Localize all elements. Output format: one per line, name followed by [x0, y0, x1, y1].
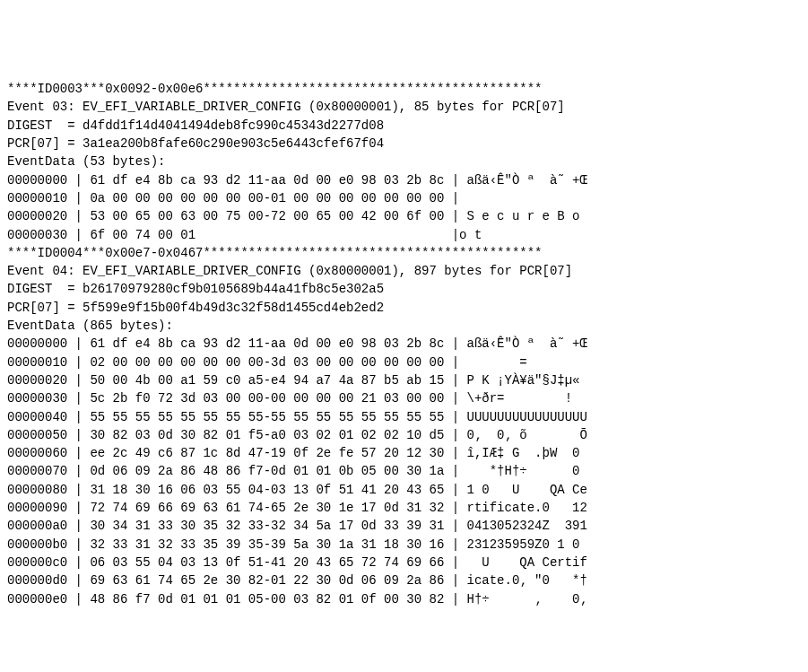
hex-line: PCR[07] = 5f599e9f15b00f4b49d3c32f58d145…	[7, 299, 801, 317]
hex-line: ****ID0003***0x0092-0x00e6**************…	[7, 80, 801, 98]
hex-line: Event 04: EV_EFI_VARIABLE_DRIVER_CONFIG …	[7, 262, 801, 280]
hex-line: 00000030 | 6f 00 74 00 01 |o t	[7, 226, 801, 244]
hex-line: 000000e0 | 48 86 f7 0d 01 01 01 05-00 03…	[7, 590, 801, 608]
hex-line: 00000040 | 55 55 55 55 55 55 55 55-55 55…	[7, 408, 801, 426]
hex-line: DIGEST = d4fdd1f14d4041494deb8fc990c4534…	[7, 117, 801, 135]
hex-line: 00000090 | 72 74 69 66 69 63 61 74-65 2e…	[7, 499, 801, 517]
hex-line: 00000020 | 50 00 4b 00 a1 59 c0 a5-e4 94…	[7, 371, 801, 389]
hex-line: 00000020 | 53 00 65 00 63 00 75 00-72 00…	[7, 207, 801, 225]
hex-line: 00000080 | 31 18 30 16 06 03 55 04-03 13…	[7, 481, 801, 499]
hex-line: 00000050 | 30 82 03 0d 30 82 01 f5-a0 03…	[7, 426, 801, 444]
hex-line: 00000030 | 5c 2b f0 72 3d 03 00 00-00 00…	[7, 389, 801, 407]
hex-line: DIGEST = b26170979280cf9b0105689b44a41fb…	[7, 280, 801, 298]
hex-line: 000000c0 | 06 03 55 04 03 13 0f 51-41 20…	[7, 554, 801, 572]
hex-line: ****ID0004***0x00e7-0x0467**************…	[7, 244, 801, 262]
hex-line: EventData (865 bytes):	[7, 317, 801, 335]
hex-line: 00000000 | 61 df e4 8b ca 93 d2 11-aa 0d…	[7, 171, 801, 189]
hex-line: PCR[07] = 3a1ea200b8fafe60c290e903c5e644…	[7, 135, 801, 153]
hex-line: EventData (53 bytes):	[7, 153, 801, 170]
hex-line: 000000a0 | 30 34 31 33 30 35 32 33-32 34…	[7, 517, 801, 535]
hex-line: 00000010 | 0a 00 00 00 00 00 00 00-01 00…	[7, 189, 801, 207]
event-log-hexdump: ****ID0003***0x0092-0x00e6**************…	[7, 80, 801, 608]
hex-line: 00000000 | 61 df e4 8b ca 93 d2 11-aa 0d…	[7, 335, 801, 353]
hex-line: 00000060 | ee 2c 49 c6 87 1c 8d 47-19 0f…	[7, 444, 801, 462]
hex-line: 00000010 | 02 00 00 00 00 00 00 00-3d 03…	[7, 353, 801, 371]
hex-line: 000000d0 | 69 63 61 74 65 2e 30 82-01 22…	[7, 572, 801, 589]
hex-line: Event 03: EV_EFI_VARIABLE_DRIVER_CONFIG …	[7, 98, 801, 116]
hex-line: 00000070 | 0d 06 09 2a 86 48 86 f7-0d 01…	[7, 462, 801, 480]
hex-line: 000000b0 | 32 33 31 32 33 35 39 35-39 5a…	[7, 536, 801, 554]
